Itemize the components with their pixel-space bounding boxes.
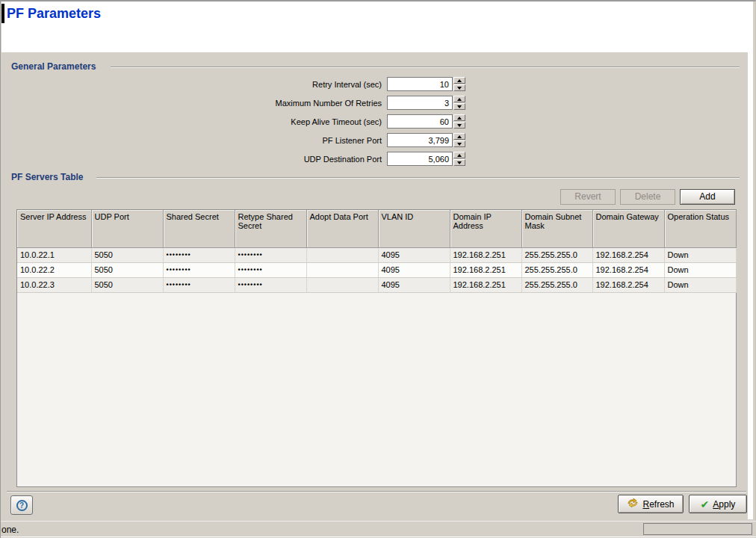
cell-retype-shared-secret: ••••••••	[235, 247, 306, 262]
apply-button-label: Apply	[713, 499, 735, 510]
status-bar: one.	[1, 521, 756, 537]
spinner-up-icon[interactable]	[453, 96, 465, 102]
general-parameters-fields: Retry Interval (sec) Maximum Number Of R…	[1, 75, 474, 168]
column-header-domain-ip: Domain IP Address	[450, 210, 521, 247]
cell-domain-subnet-mask: 255.255.255.0	[521, 277, 592, 292]
cell-operation-status: Down	[664, 277, 736, 292]
table-header-row: Server IP Address UDP Port Shared Secret…	[17, 210, 736, 247]
udp-destination-port-label: UDP Destination Port	[1, 155, 387, 164]
window-edge-fragment	[1, 4, 4, 23]
spinner-down-icon[interactable]	[453, 103, 465, 110]
cell-vlan-id: 4095	[378, 262, 450, 277]
column-header-vlan-id: VLAN ID	[378, 210, 450, 247]
cell-adopt-data-port	[306, 247, 378, 262]
spinner-up-icon[interactable]	[453, 114, 465, 121]
general-parameters-rule	[111, 67, 740, 68]
content-panel: General Parameters Retry Interval (sec) …	[1, 52, 748, 519]
spinner-down-icon[interactable]	[453, 122, 465, 129]
field-row-retry-interval: Retry Interval (sec)	[1, 75, 474, 93]
cell-shared-secret: ••••••••	[163, 262, 235, 277]
column-header-domain-gateway: Domain Gateway	[592, 210, 664, 247]
table-row[interactable]: 10.0.22.2 5050 •••••••• •••••••• 4095 19…	[17, 262, 736, 277]
add-button[interactable]: Add	[680, 189, 735, 205]
cell-domain-ip: 192.168.2.251	[450, 247, 521, 262]
pf-parameters-window: PF Parameters General Parameters Retry I…	[0, 0, 756, 538]
cell-retype-shared-secret: ••••••••	[235, 277, 306, 292]
column-header-shared-secret: Shared Secret	[163, 210, 235, 247]
cell-udp-port: 5050	[91, 247, 163, 262]
pf-servers-section-title: PF Servers Table	[11, 172, 84, 182]
checkmark-icon: ✔	[701, 500, 710, 509]
cell-domain-ip: 192.168.2.251	[450, 277, 521, 292]
cell-operation-status: Down	[664, 247, 736, 262]
max-retries-spinner	[453, 96, 465, 110]
cell-domain-ip: 192.168.2.251	[450, 262, 521, 277]
cell-server-ip: 10.0.22.3	[17, 277, 91, 292]
table-row[interactable]: 10.0.22.3 5050 •••••••• •••••••• 4095 19…	[17, 277, 736, 292]
udp-destination-port-spinner	[453, 152, 465, 166]
cell-shared-secret: ••••••••	[163, 277, 235, 292]
column-header-domain-subnet-mask: Domain Subnet Mask	[521, 210, 592, 247]
cell-shared-secret: ••••••••	[163, 247, 235, 262]
cell-adopt-data-port	[306, 262, 378, 277]
revert-button[interactable]: Revert	[560, 189, 616, 205]
status-text: one.	[1, 525, 19, 535]
delete-button[interactable]: Delete	[620, 189, 675, 205]
right-margin-strip	[748, 52, 753, 519]
retry-interval-spinner	[453, 77, 465, 91]
table-row[interactable]: 10.0.22.1 5050 •••••••• •••••••• 4095 19…	[17, 247, 736, 262]
column-header-server-ip: Server IP Address	[17, 210, 91, 247]
field-row-keep-alive: Keep Alive Timeout (sec)	[1, 112, 474, 131]
cell-retype-shared-secret: ••••••••	[235, 262, 306, 277]
field-row-udp-destination-port: UDP Destination Port	[1, 149, 474, 168]
refresh-button[interactable]: Refresh	[618, 495, 684, 513]
cell-vlan-id: 4095	[378, 247, 450, 262]
cell-domain-subnet-mask: 255.255.255.0	[521, 247, 592, 262]
keep-alive-input[interactable]	[387, 114, 453, 129]
max-retries-label: Maximum Number Of Retries	[1, 99, 387, 108]
spinner-up-icon[interactable]	[453, 133, 465, 140]
column-header-retype-shared-secret: Retype Shared Secret	[235, 210, 306, 247]
retry-interval-label: Retry Interval (sec)	[1, 80, 387, 89]
field-row-max-retries: Maximum Number Of Retries	[1, 93, 474, 112]
keep-alive-label: Keep Alive Timeout (sec)	[1, 117, 387, 126]
column-header-operation-status: Operation Status	[664, 210, 736, 247]
retry-interval-input[interactable]	[387, 77, 453, 91]
pf-listener-port-input[interactable]	[387, 133, 453, 147]
cell-domain-gateway: 192.168.2.254	[592, 277, 664, 292]
spinner-down-icon[interactable]	[453, 140, 465, 147]
cell-domain-gateway: 192.168.2.254	[592, 247, 664, 262]
apply-button[interactable]: ✔ Apply	[689, 495, 747, 513]
pf-listener-port-spinner	[453, 133, 465, 147]
column-header-udp-port: UDP Port	[91, 210, 163, 247]
field-row-pf-listener-port: PF Listener Port	[1, 131, 474, 149]
page-title: PF Parameters	[7, 6, 101, 22]
footer-separator	[7, 491, 746, 492]
help-button[interactable]: ?	[10, 495, 33, 515]
keep-alive-spinner	[453, 114, 465, 129]
cell-udp-port: 5050	[91, 262, 163, 277]
spinner-down-icon[interactable]	[453, 159, 465, 166]
cell-server-ip: 10.0.22.1	[17, 247, 91, 262]
progress-box	[643, 523, 752, 535]
pf-servers-table: Server IP Address UDP Port Shared Secret…	[16, 209, 737, 487]
cell-operation-status: Down	[664, 262, 736, 277]
cell-udp-port: 5050	[91, 277, 163, 292]
cell-domain-gateway: 192.168.2.254	[592, 262, 664, 277]
udp-destination-port-input[interactable]	[387, 152, 453, 166]
refresh-icon	[627, 498, 639, 510]
spinner-up-icon[interactable]	[453, 77, 465, 84]
max-retries-input[interactable]	[387, 96, 453, 110]
cell-vlan-id: 4095	[378, 277, 450, 292]
general-parameters-section-title: General Parameters	[11, 61, 96, 72]
spinner-down-icon[interactable]	[453, 84, 465, 91]
pf-listener-port-label: PF Listener Port	[1, 136, 387, 145]
header-band: PF Parameters	[1, 1, 753, 52]
refresh-button-label: Refresh	[642, 499, 674, 510]
cell-adopt-data-port	[306, 277, 378, 292]
question-icon: ?	[16, 500, 28, 511]
column-header-adopt-data-port: Adopt Data Port	[306, 210, 378, 247]
cell-server-ip: 10.0.22.2	[17, 262, 91, 277]
pf-servers-rule	[96, 177, 740, 179]
spinner-up-icon[interactable]	[453, 152, 465, 158]
